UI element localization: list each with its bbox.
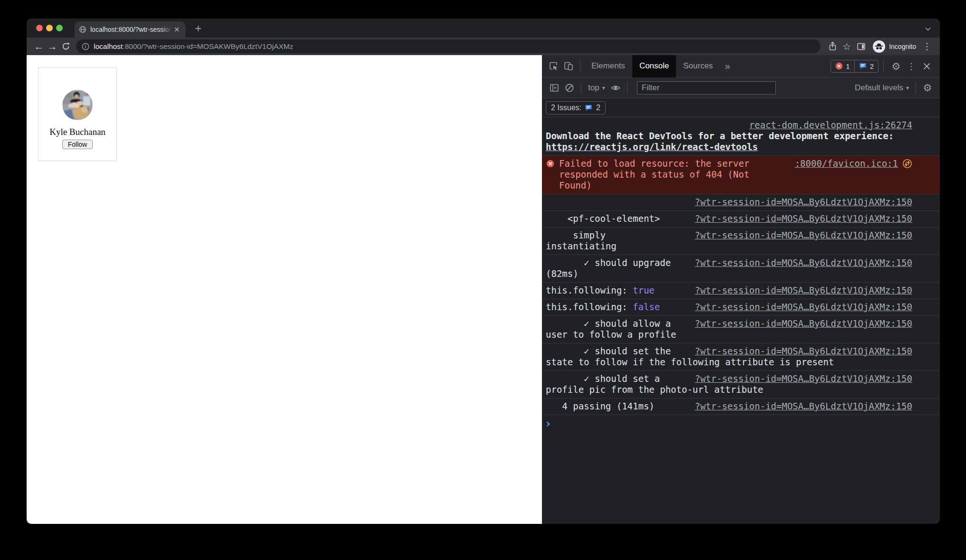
back-button[interactable]: ← <box>32 40 46 53</box>
issues-count-badge[interactable]: 2 <box>854 60 878 72</box>
log-levels-label: Default levels <box>855 83 903 93</box>
console-message: react-dom.development.js:26274 Download … <box>542 117 940 156</box>
fullscreen-window-button[interactable] <box>56 25 63 31</box>
issues-icon <box>585 104 593 112</box>
console-source-link[interactable]: ?wtr-session-id=MOSA…By6LdztV1OjAXMz:150 <box>695 401 912 412</box>
content-area: Kyle Buchanan Follow <box>27 55 940 524</box>
address-bar[interactable]: localhost:8000/?wtr-session-id=MOSAKWBy6… <box>76 39 821 53</box>
context-selector[interactable]: top ▾ <box>588 83 605 93</box>
console-sidebar-icon[interactable] <box>547 80 562 95</box>
browser-tab[interactable]: localhost:8000/?wtr-session-i <box>75 21 185 38</box>
boolean-value: false <box>633 302 660 312</box>
console-source-link[interactable]: ?wtr-session-id=MOSA…By6LdztV1OjAXMz:150 <box>695 373 912 384</box>
devtools-close-icon[interactable] <box>919 58 934 74</box>
divider <box>916 82 916 94</box>
tab-strip: localhost:8000/?wtr-session-i + <box>27 19 940 38</box>
console-message-text: <pf-cool-element> <box>546 213 660 224</box>
console-source-link[interactable]: react-dom.development.js:26274 <box>749 120 912 130</box>
console-source-link[interactable]: ?wtr-session-id=MOSA…By6LdztV1OjAXMz:150 <box>695 285 912 296</box>
side-panel-icon[interactable] <box>854 40 868 53</box>
device-toolbar-icon[interactable] <box>561 58 576 74</box>
console-settings-gear-icon[interactable]: ⚙ <box>920 80 935 95</box>
console-log: react-dom.development.js:26274 Download … <box>542 117 940 524</box>
more-tabs-icon[interactable]: » <box>725 61 730 72</box>
new-tab-button[interactable]: + <box>191 22 205 36</box>
console-message-text: ✓ should upgrade (82ms) <box>546 257 671 279</box>
url-path: :8000/?wtr-session-id=MOSAKWBy6LdztV1OjA… <box>123 42 293 50</box>
console-message: ?wtr-session-id=MOSA…By6LdztV1OjAXMz:150… <box>542 255 940 283</box>
console-source-link[interactable]: ?wtr-session-id=MOSA…By6LdztV1OjAXMz:150 <box>695 213 912 224</box>
console-source-link[interactable]: ?wtr-session-id=MOSA…By6LdztV1OjAXMz:150 <box>695 346 912 357</box>
chevron-down-icon: ▾ <box>602 85 605 91</box>
url-text: localhost:8000/?wtr-session-id=MOSAKWBy6… <box>94 42 293 51</box>
incognito-label: Incognito <box>889 43 916 50</box>
react-devtools-link[interactable]: https://reactjs.org/link/react-devtools <box>546 142 758 152</box>
follow-button[interactable]: Follow <box>62 140 93 149</box>
context-label: top <box>588 83 599 93</box>
globe-favicon-icon <box>79 26 87 33</box>
tab-elements[interactable]: Elements <box>584 55 632 77</box>
divider <box>580 60 580 72</box>
avatar <box>62 90 93 120</box>
browser-toolbar: ← → localhost:8000/?wtr-session-id=MOSAK… <box>27 38 940 55</box>
browser-menu-icon[interactable]: ⋮ <box>920 40 934 53</box>
tab-title: localhost:8000/?wtr-session-i <box>90 26 173 33</box>
minimize-window-button[interactable] <box>46 25 53 31</box>
console-message-text: Download the React DevTools for a better… <box>546 131 912 152</box>
message-text: this.following: <box>546 302 633 312</box>
divider <box>627 82 628 94</box>
message-text: Download the React DevTools for a better… <box>546 131 894 141</box>
close-window-button[interactable] <box>36 25 43 31</box>
issues-chip-count: 2 <box>596 104 600 112</box>
issues-label: 2 Issues: <box>551 104 581 112</box>
console-message: ?wtr-session-id=MOSA…By6LdztV1OjAXMz:150… <box>542 228 940 255</box>
page-info-icon[interactable] <box>82 43 89 50</box>
console-source-link[interactable]: ?wtr-session-id=MOSA…By6LdztV1OjAXMz:150 <box>695 257 912 268</box>
console-message: ?wtr-session-id=MOSA…By6LdztV1OjAXMz:150… <box>542 299 940 316</box>
status-badges: 1 2 <box>831 60 879 73</box>
reload-button[interactable] <box>59 40 72 53</box>
console-source-link[interactable]: ?wtr-session-id=MOSA…By6LdztV1OjAXMz:150 <box>695 318 912 329</box>
devtools-menu-icon[interactable]: ⋮ <box>904 58 919 74</box>
live-expression-eye-icon[interactable] <box>608 80 623 95</box>
tab-search-chevron-icon[interactable] <box>925 25 931 34</box>
console-message: ?wtr-session-id=MOSA…By6LdztV1OjAXMz:150… <box>542 283 940 299</box>
console-message-text: simply instantiating <box>546 230 617 251</box>
console-source-link[interactable]: :8000/favicon.ico:1 <box>795 158 898 169</box>
incognito-badge: Incognito <box>873 40 916 53</box>
issues-icon <box>859 62 867 70</box>
divider <box>581 82 581 94</box>
console-prompt[interactable]: › <box>542 415 940 434</box>
console-message-text: this.following: false <box>546 302 660 312</box>
profile-card: Kyle Buchanan Follow <box>38 67 117 161</box>
console-filter-input[interactable] <box>637 81 776 95</box>
profile-name: Kyle Buchanan <box>39 127 116 137</box>
clear-console-icon[interactable] <box>562 80 577 95</box>
divider <box>883 60 884 72</box>
console-message: ?wtr-session-id=MOSA…By6LdztV1OjAXMz:150… <box>542 371 940 399</box>
incognito-icon <box>873 40 885 53</box>
error-count: 1 <box>846 62 850 70</box>
error-count-badge[interactable]: 1 <box>831 60 854 72</box>
inspect-element-icon[interactable] <box>546 58 561 74</box>
bookmark-star-icon[interactable]: ☆ <box>840 40 854 53</box>
devtools-tabbar: Elements Console Sources » 1 <box>542 55 940 77</box>
tab-sources[interactable]: Sources <box>676 55 720 77</box>
tab-console[interactable]: Console <box>632 55 676 77</box>
share-icon[interactable] <box>825 40 840 53</box>
issues-bar: 2 Issues: 2 <box>542 98 940 117</box>
forward-button[interactable]: → <box>46 40 59 53</box>
chevron-down-icon: ▾ <box>906 85 909 91</box>
boolean-value: true <box>633 285 655 295</box>
console-message-text: 4 passing (141ms) <box>546 401 655 411</box>
console-source-link[interactable]: ?wtr-session-id=MOSA…By6LdztV1OjAXMz:150 <box>695 302 912 313</box>
issues-chip[interactable]: 2 Issues: 2 <box>546 101 606 114</box>
network-initiator-icon[interactable] <box>902 159 912 169</box>
avatar-image <box>62 90 93 120</box>
log-levels-selector[interactable]: Default levels ▾ <box>855 83 909 93</box>
console-message: ?wtr-session-id=MOSA…By6LdztV1OjAXMz:150… <box>542 399 940 415</box>
console-source-link[interactable]: ?wtr-session-id=MOSA…By6LdztV1OjAXMz:150 <box>695 230 912 241</box>
console-toolbar: top ▾ Default levels ▾ ⚙ <box>542 77 940 98</box>
settings-gear-icon[interactable]: ⚙ <box>889 58 904 74</box>
console-source-link[interactable]: ?wtr-session-id=MOSA…By6LdztV1OjAXMz:150 <box>695 197 912 208</box>
